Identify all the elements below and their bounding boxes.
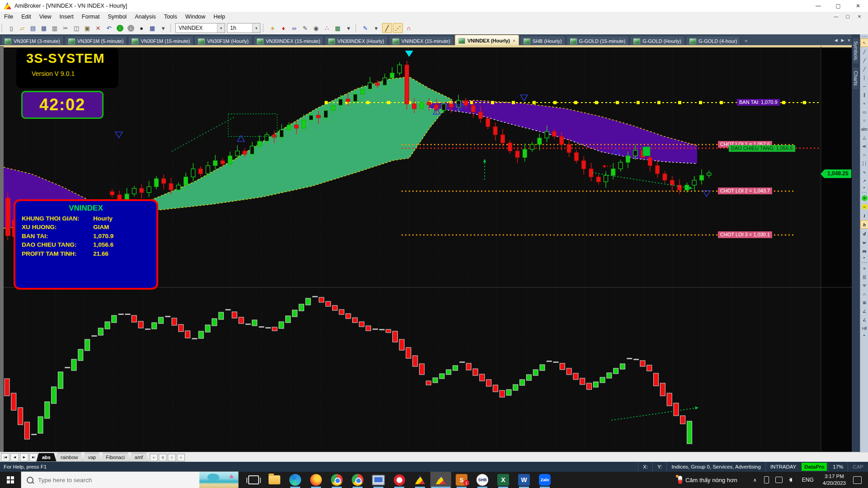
undo-icon[interactable]: ↶: [104, 23, 114, 33]
menu-analysis[interactable]: Analysis: [131, 12, 160, 22]
chart-sheet-icon[interactable]: ▦: [147, 23, 157, 33]
fib-retracement-icon[interactable]: ≡: [861, 264, 868, 272]
mdi-restore-button[interactable]: ▢: [842, 12, 854, 22]
taskbar-app-chrome-profile-2[interactable]: [347, 472, 368, 488]
tab-scroll-left-icon[interactable]: ◀: [833, 38, 840, 42]
close-button[interactable]: ✕: [848, 0, 868, 12]
mdi-minimize-button[interactable]: —: [830, 12, 842, 22]
interval-daily-icon[interactable]: d: [861, 230, 868, 237]
taskbar-search[interactable]: [21, 471, 239, 488]
panel-tab-charts[interactable]: Charts: [852, 67, 859, 89]
sheet-tab-vap[interactable]: vap: [82, 453, 102, 462]
tray-expand-icon[interactable]: ∧: [753, 477, 757, 483]
print-icon[interactable]: ▥: [50, 23, 60, 33]
toolbar-expand-icon[interactable]: ▸: [863, 186, 865, 189]
tab-scroll-right-icon[interactable]: ▶: [840, 38, 846, 42]
minimize-button[interactable]: —: [808, 0, 828, 12]
optimize-icon[interactable]: ◉: [311, 23, 321, 33]
sheet-nav-button[interactable]: ▶: [20, 453, 28, 461]
scale-i-button[interactable]: I: [168, 454, 176, 461]
vertical-line-icon[interactable]: │: [861, 74, 868, 81]
scan-icon[interactable]: ∴: [322, 23, 332, 33]
interval-combobox[interactable]: 1h▾: [227, 23, 260, 33]
menu-insert[interactable]: Insert: [56, 12, 78, 22]
tab-vnindex-hourly-[interactable]: VNINDEX (Hourly)×: [455, 35, 519, 46]
refresh-down-icon[interactable]: ↓: [126, 23, 136, 33]
tab-g-gold-4-hour-[interactable]: G-GOLD (4-hour): [686, 36, 741, 46]
taskbar-app-task-view[interactable]: [243, 472, 264, 488]
tab-vn30f1m-5-minute-[interactable]: VN30F1M (5-minute): [65, 36, 127, 46]
taskbar-app-firefox[interactable]: [306, 472, 326, 488]
restore-button[interactable]: ▢: [828, 0, 848, 12]
pencil-more-icon[interactable]: ▾: [371, 23, 381, 33]
line-segment-icon[interactable]: ╱: [861, 65, 868, 73]
tab-vn30f1m-15-minute-[interactable]: VN30F1M (15-minute): [128, 36, 193, 46]
taskbar-app-file-explorer[interactable]: [264, 472, 285, 488]
menu-format[interactable]: Format: [78, 12, 104, 22]
tab-shb-hourly-[interactable]: SHB (Hourly): [520, 36, 566, 46]
fan-lines-icon[interactable]: ≪: [861, 142, 868, 150]
tab-close-icon[interactable]: ×: [513, 38, 515, 43]
sheet-tab-abs[interactable]: abs: [36, 453, 57, 462]
text-tool-icon[interactable]: abc: [861, 125, 868, 133]
symbol-combobox[interactable]: VNINDEX▾: [175, 23, 225, 33]
rectangle-icon[interactable]: ▭: [861, 108, 868, 116]
sheet-tab-rainbow[interactable]: rainbow: [55, 453, 84, 462]
taskbar-app-shb[interactable]: SHB: [472, 472, 493, 488]
panel-tab-symbols[interactable]: Symbols: [852, 37, 859, 64]
paste-icon[interactable]: ▣: [82, 23, 92, 33]
notification-center-icon[interactable]: [853, 476, 862, 484]
gann-angles-icon[interactable]: ∠: [861, 316, 868, 324]
toolbar-expand-icon[interactable]: ▸: [863, 256, 865, 259]
zigzag-icon[interactable]: ∿: [861, 168, 868, 176]
sheet-tab-Fibonaci[interactable]: Fibonaci: [100, 453, 131, 462]
triangle-tool-icon[interactable]: △: [861, 134, 868, 141]
copy-icon[interactable]: ◫: [71, 23, 81, 33]
regression-channel-icon[interactable]: ≈: [861, 99, 868, 107]
ellipse-icon[interactable]: ○: [861, 117, 868, 124]
clock[interactable]: 3:17 PM 4/20/2023: [823, 473, 846, 487]
arrow-tool-icon[interactable]: ↗: [861, 177, 868, 184]
menu-edit[interactable]: Edit: [17, 12, 35, 22]
taskbar-app-chrome[interactable]: [326, 472, 347, 488]
taskbar-app-amibroker-active[interactable]: [430, 472, 451, 488]
refresh-up-icon[interactable]: ↑: [115, 23, 125, 33]
taskbar-app-edge[interactable]: [285, 472, 306, 488]
zoom-out-icon[interactable]: −: [861, 203, 868, 211]
taskbar-app-opera[interactable]: [389, 472, 410, 488]
save-icon[interactable]: ▤: [28, 23, 38, 33]
weather-text[interactable]: Cảm thấy nóng hơn: [685, 477, 737, 483]
more-icon[interactable]: ▾: [344, 23, 354, 33]
interval-monthly-icon[interactable]: m: [861, 247, 868, 254]
tab-vn30index-hourly-[interactable]: VN30INDEX (Hourly): [325, 36, 387, 46]
interval-weekly-icon[interactable]: w: [861, 238, 868, 246]
menu-symbol[interactable]: Symbol: [104, 12, 131, 22]
language-indicator[interactable]: ENG: [802, 477, 814, 483]
trend-line-icon[interactable]: ╱: [861, 48, 868, 56]
pitchfork-icon[interactable]: Ψ: [861, 282, 868, 289]
save-layout-icon[interactable]: ▦: [39, 23, 49, 33]
info-tool-icon[interactable]: i: [861, 211, 868, 219]
gann-fan-icon[interactable]: ∠: [861, 307, 868, 315]
network-icon[interactable]: [775, 477, 783, 483]
arc-tool-icon[interactable]: ∩: [861, 151, 868, 159]
grid-tool-icon[interactable]: ⊞: [861, 299, 868, 306]
phone-link-icon[interactable]: [764, 476, 769, 483]
taskbar-app-excel[interactable]: X: [493, 472, 514, 488]
tab-vn30f1m-hourly-[interactable]: VN30F1M (Hourly): [194, 36, 252, 46]
pointer-icon[interactable]: ↖: [860, 38, 868, 47]
start-button[interactable]: [0, 472, 21, 488]
menu-file[interactable]: File: [0, 12, 17, 22]
parallel-lines-icon[interactable]: ∥: [861, 91, 868, 99]
scroll-left-button[interactable]: <: [177, 454, 185, 461]
more-icon[interactable]: ▾: [158, 23, 168, 33]
magnet-icon[interactable]: ∩: [404, 23, 414, 33]
tab-vnindex-15-minute-[interactable]: VNINDEX (15-minute): [389, 36, 454, 46]
fib-arcs-icon[interactable]: ∩: [861, 290, 868, 298]
parameters-icon[interactable]: ∗: [268, 23, 278, 33]
menu-view[interactable]: View: [35, 12, 56, 22]
volume-icon[interactable]: [789, 478, 792, 482]
combo-dropdown-icon[interactable]: ▾: [252, 23, 260, 33]
sheet-tab-amf[interactable]: amf: [129, 453, 149, 462]
new-file-icon[interactable]: ▯: [6, 23, 16, 33]
